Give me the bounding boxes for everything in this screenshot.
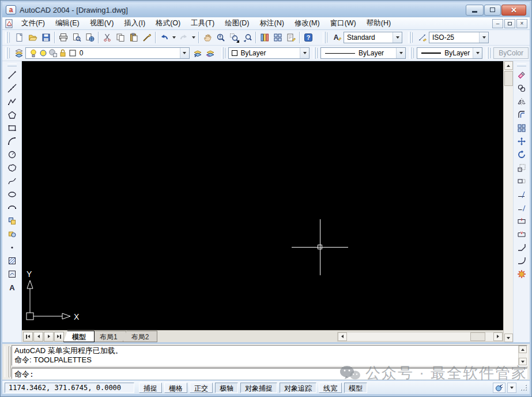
combo-arrow-icon[interactable] [393,32,402,43]
command-scroll-down-button[interactable] [519,358,527,365]
tab-model[interactable]: 模型 [63,331,95,342]
command-window-grip[interactable] [5,346,9,377]
point-button[interactable] [5,241,20,254]
menu-file[interactable]: 文件(F) [16,17,50,29]
toolbar-grip[interactable] [323,32,326,43]
construction-line-button[interactable] [5,81,20,95]
cut-button[interactable] [100,31,114,44]
tab-layout1[interactable]: 布局1 [91,331,126,342]
toggle-snap[interactable]: 捕捉 [139,383,162,393]
menu-draw[interactable]: 绘图(D) [220,17,254,29]
dim-style-combo[interactable]: ISO-25 [429,32,489,43]
tab-next-button[interactable] [44,332,54,342]
toolbar-grip[interactable] [486,47,489,59]
vertical-scroll-thumb[interactable] [504,71,513,86]
erase-button[interactable] [514,68,529,81]
menu-view[interactable]: 视图(V) [85,17,119,29]
mdi-restore-button[interactable] [504,19,515,28]
text-style-combo[interactable]: Standard [344,32,402,43]
chamfer-button[interactable] [514,241,529,254]
communication-center-button[interactable] [493,383,505,393]
horizontal-scroll-thumb[interactable] [470,332,485,341]
pan-button[interactable] [201,31,214,44]
zoom-previous-button[interactable] [240,31,254,44]
break-at-point-button[interactable] [514,214,529,227]
menu-insert[interactable]: 插入(I) [119,17,150,29]
copy-object-button[interactable] [514,81,529,95]
publish-button[interactable] [83,31,96,44]
status-menu-button[interactable] [507,383,516,393]
toggle-model-space[interactable]: 模型 [344,383,367,393]
arc-button[interactable] [5,134,20,148]
lineweight-combo[interactable]: ByLayer [417,47,482,59]
redo-button[interactable] [177,31,190,44]
print-preview-button[interactable] [70,31,83,44]
tab-layout2[interactable]: 布局2 [123,331,158,342]
mdi-close-button[interactable]: × [516,19,527,28]
combo-arrow-icon[interactable] [300,48,309,58]
scroll-right-button[interactable] [493,332,503,341]
ellipse-button[interactable] [5,188,20,201]
hatch-button[interactable] [5,254,20,267]
revision-cloud-button[interactable] [5,161,20,174]
extend-button[interactable] [514,201,529,214]
explode-button[interactable] [514,267,529,280]
make-layer-current-button[interactable] [191,47,204,59]
rotate-button[interactable] [514,148,529,161]
toggle-osnap[interactable]: 对象捕捉 [240,383,277,393]
circle-button[interactable] [5,148,20,161]
toolbar-grip[interactable] [221,47,224,59]
drawing-canvas[interactable]: Y X [22,61,503,330]
trim-button[interactable] [514,188,529,201]
scroll-left-button[interactable] [338,332,347,341]
region-button[interactable] [5,267,20,280]
layer-combo[interactable]: 0 [25,47,190,59]
ellipse-arc-button[interactable] [5,201,20,214]
tab-previous-button[interactable] [33,332,43,342]
color-combo[interactable]: ByLayer [228,47,310,59]
make-block-button[interactable] [5,227,20,241]
spline-button[interactable] [5,174,20,188]
toolbar-grip[interactable] [5,32,8,43]
undo-dropdown-arrow[interactable] [171,31,177,44]
command-splitter[interactable] [12,366,527,368]
command-scroll-up-button[interactable] [519,346,527,353]
tool-palettes-button[interactable] [284,31,297,44]
menu-help[interactable]: 帮助(H) [361,17,396,29]
layer-previous-button[interactable] [204,47,217,59]
undo-button[interactable] [157,31,171,44]
toolbar-grip[interactable] [5,47,8,59]
open-button[interactable] [26,31,39,44]
menu-format[interactable]: 格式(O) [150,17,186,29]
array-button[interactable] [514,121,529,134]
print-button[interactable] [56,31,70,44]
toggle-grid[interactable]: 栅格 [164,383,187,393]
copy-clip-button[interactable] [114,31,127,44]
coordinates-readout[interactable]: 1174.3462, 371.6745, 0.0000 [5,383,134,393]
linetype-combo[interactable]: ByLayer [320,47,406,59]
combo-arrow-icon[interactable] [180,48,189,58]
redo-dropdown-arrow[interactable] [190,31,197,44]
designcenter-button[interactable] [271,31,284,44]
menu-edit[interactable]: 编辑(E) [50,17,85,29]
scale-button[interactable] [514,161,529,174]
break-button[interactable] [514,227,529,241]
toolbar-grip[interactable] [409,47,412,59]
scroll-down-button[interactable] [504,334,513,342]
polygon-button[interactable] [5,108,20,121]
polyline-button[interactable] [5,95,20,108]
toggle-polar[interactable]: 极轴 [215,383,238,393]
properties-button[interactable] [258,31,271,44]
toggle-ortho[interactable]: 正交 [190,383,213,393]
tab-last-button[interactable] [54,332,64,342]
zoom-window-button[interactable] [227,31,240,44]
offset-button[interactable] [514,108,529,121]
stretch-button[interactable] [514,174,529,188]
tab-first-button[interactable] [23,332,33,342]
toggle-lineweight[interactable]: 线宽 [319,383,342,393]
combo-arrow-icon[interactable] [479,32,488,43]
menu-modify[interactable]: 修改(M) [289,17,325,29]
menu-window[interactable]: 窗口(W) [325,17,361,29]
combo-arrow-icon[interactable] [396,48,405,58]
toolbar-grip[interactable] [7,63,17,66]
